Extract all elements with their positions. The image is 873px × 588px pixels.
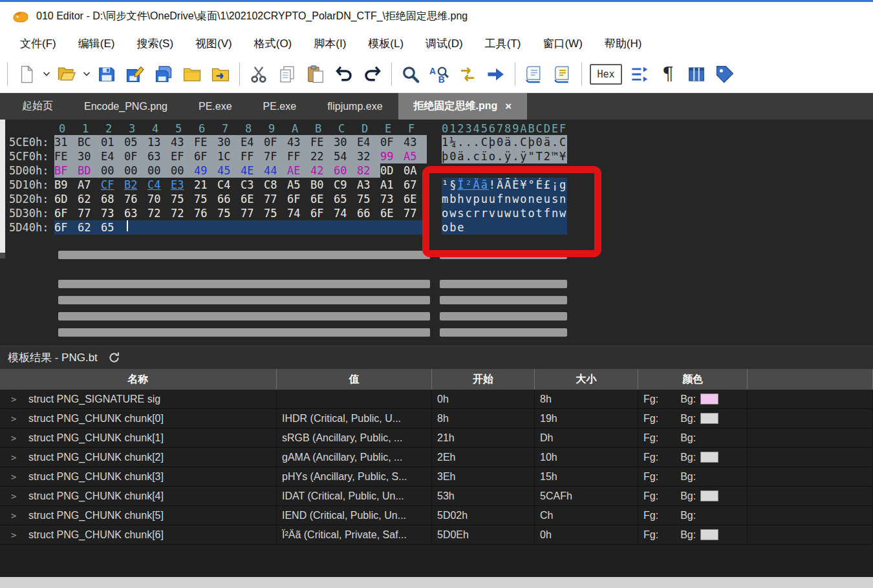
tab-1[interactable]: Encode_PNG.png [69, 93, 183, 120]
menu-item-3[interactable]: 视图(V) [184, 34, 243, 54]
save-as-icon[interactable] [121, 59, 149, 89]
template-row-4[interactable]: >struct PNG_CHUNK chunk[3]pHYs (Ancillar… [0, 467, 873, 487]
pilcrow-icon[interactable]: ¶ [654, 59, 682, 89]
template-row-7[interactable]: >struct PNG_CHUNK chunk[6]Ï²Äã (Critical… [0, 525, 873, 545]
hex-byte[interactable]: AE [287, 163, 310, 178]
hex-byte[interactable]: BF [54, 163, 78, 178]
menu-item-6[interactable]: 模板(L) [357, 34, 415, 54]
hex-byte[interactable]: 74 [334, 206, 357, 220]
hex-byte[interactable]: B9 [54, 178, 78, 192]
hex-byte[interactable]: 74 [287, 206, 310, 220]
hex-byte[interactable]: 77 [78, 206, 101, 220]
hex-byte[interactable]: 99 [380, 149, 404, 163]
bg-color-swatch[interactable] [700, 452, 718, 463]
menu-item-0[interactable]: 文件(F) [9, 34, 67, 54]
hex-byte[interactable]: 49 [194, 163, 217, 178]
hex-byte[interactable]: 68 [101, 192, 124, 206]
menu-item-10[interactable]: 帮助(H) [594, 34, 653, 54]
hex-byte[interactable]: 05 [124, 135, 147, 149]
hex-byte[interactable]: 6F [194, 149, 217, 163]
find-ab-icon[interactable]: AB [425, 59, 453, 89]
hex-byte[interactable]: BC [78, 135, 101, 149]
hex-byte[interactable]: 6F [54, 206, 78, 220]
ascii-cell[interactable]: mbhvpuufnwoneusn [442, 192, 567, 206]
menu-item-5[interactable]: 脚本(I) [303, 34, 357, 54]
edit-as-icon[interactable] [625, 59, 654, 89]
hex-byte[interactable]: 72 [147, 206, 171, 220]
template-row-0[interactable]: >struct PNG_SIGNATURE sig0h8hFg:Bg: [0, 390, 873, 409]
col-header-2[interactable]: 开始 [432, 369, 535, 390]
template-row-5[interactable]: >struct PNG_CHUNK chunk[4]IDAT (Critical… [0, 487, 873, 506]
hex-byte[interactable]: 30 [217, 135, 241, 149]
hex-byte[interactable]: 30 [334, 135, 357, 149]
menu-item-4[interactable]: 格式(O) [243, 34, 303, 54]
hex-byte[interactable]: A5 [404, 149, 427, 163]
hex-editor[interactable]: 0123456789ABCDEF0123456789ABCDEF 5CE0h:3… [0, 120, 873, 346]
hex-byte[interactable]: 77 [404, 206, 427, 220]
hex-row-5D00h[interactable]: 5D00h:BFBD0000000049454E44AE4260820D0A [5, 163, 873, 178]
hex-byte[interactable]: A7 [78, 178, 101, 192]
hex-byte[interactable]: C4 [147, 178, 171, 192]
hex-byte[interactable]: 6E [310, 192, 334, 206]
bg-color-swatch[interactable] [700, 413, 718, 424]
refresh-icon[interactable] [108, 352, 120, 364]
hex-byte[interactable]: 00 [171, 163, 194, 178]
bg-color-swatch[interactable] [700, 490, 718, 501]
open-folder-icon[interactable] [52, 59, 81, 89]
chevron-down-icon[interactable] [81, 59, 92, 89]
menu-item-7[interactable]: 调试(D) [415, 34, 474, 54]
tab-2[interactable]: PE.exe [183, 93, 248, 120]
hex-byte[interactable]: FE [54, 149, 78, 163]
folder-import-icon[interactable] [206, 59, 235, 89]
expand-icon[interactable]: > [11, 491, 16, 501]
col-header-0[interactable]: 名称 [0, 369, 277, 390]
col-header-4[interactable]: 颜色 [638, 369, 748, 390]
hex-row-5CF0h[interactable]: 5CF0h:FE30E40F63EF6F1CFF7FFF22543299A5þ0… [5, 149, 873, 163]
hex-byte[interactable]: 66 [357, 206, 380, 220]
tab-5[interactable]: 拒绝固定思维.png× [398, 93, 528, 120]
hex-byte[interactable]: 73 [380, 192, 404, 206]
expand-icon[interactable]: > [11, 452, 16, 463]
hex-byte[interactable]: 75 [357, 192, 380, 206]
redo-icon[interactable] [358, 59, 387, 89]
hex-byte[interactable]: 6E [380, 206, 404, 220]
hex-byte[interactable]: 82 [357, 163, 380, 178]
hex-row-5D40h[interactable]: 5D40h:6F6265obe [5, 220, 873, 235]
expand-icon[interactable]: > [11, 414, 16, 424]
hex-byte[interactable]: 6F [287, 192, 310, 206]
find-icon[interactable] [396, 59, 425, 89]
hex-byte[interactable]: FE [194, 135, 217, 149]
template-row-3[interactable]: >struct PNG_CHUNK chunk[2]gAMA (Ancillar… [0, 448, 873, 467]
save-all-icon[interactable] [149, 59, 178, 89]
hex-byte[interactable]: B2 [124, 178, 147, 192]
expand-icon[interactable]: > [11, 530, 16, 540]
bookmark-icon[interactable] [711, 59, 739, 89]
hex-byte[interactable]: FF [241, 149, 264, 163]
hex-byte[interactable]: 6E [241, 192, 264, 206]
hex-byte[interactable]: EF [171, 149, 194, 163]
hex-byte[interactable]: 0A [404, 163, 427, 178]
hex-byte[interactable]: 65 [101, 220, 124, 235]
col-header-3[interactable]: 大小 [535, 369, 638, 390]
col-header-1[interactable]: 值 [277, 369, 432, 390]
hex-byte[interactable]: 54 [334, 149, 357, 163]
hex-byte[interactable]: 67 [404, 178, 427, 192]
hex-byte[interactable]: E4 [101, 149, 124, 163]
hex-byte[interactable]: 66 [217, 192, 241, 206]
hex-byte[interactable]: B0 [310, 178, 334, 192]
hex-mode-icon[interactable]: Hex [587, 59, 625, 89]
expand-icon[interactable]: > [11, 510, 16, 521]
hex-byte[interactable]: A5 [287, 178, 310, 192]
hex-byte[interactable]: 0F [124, 149, 147, 163]
hex-byte[interactable]: A1 [380, 178, 404, 192]
chevron-down-icon[interactable] [41, 59, 52, 89]
tab-close-icon[interactable]: × [505, 100, 512, 113]
run-template-icon[interactable] [548, 59, 577, 89]
ascii-cell[interactable]: obe [442, 220, 567, 235]
hex-byte[interactable]: 63 [124, 206, 147, 220]
hex-byte[interactable]: C8 [264, 178, 287, 192]
hex-byte[interactable]: 63 [147, 149, 171, 163]
hex-byte[interactable]: 0F [264, 135, 287, 149]
hex-byte[interactable]: 65 [334, 192, 357, 206]
hex-row-5CE0h[interactable]: 5CE0h:31BC01051343FE30E40F43FE30E40F431¼… [5, 135, 873, 149]
